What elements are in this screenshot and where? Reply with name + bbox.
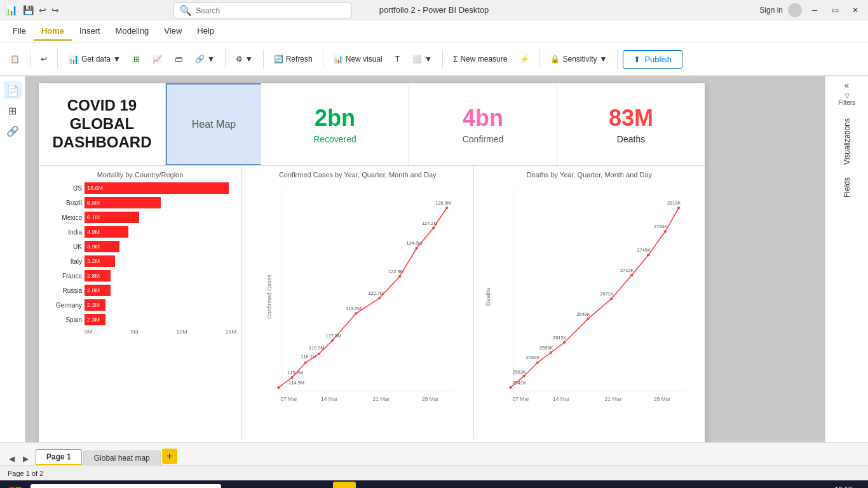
text-box-button[interactable]: T	[390, 52, 405, 66]
right-tab-fields[interactable]: Fields	[840, 172, 854, 203]
filter-button[interactable]: ▽ Filters	[838, 93, 856, 105]
new-measure-label: New measure	[460, 55, 507, 64]
bar-chart: US16.6MBrazil8.8MMexico6.1MIndia4.9MUK3.…	[44, 182, 236, 424]
transform-button[interactable]: ⚙ ▼	[231, 52, 258, 66]
maximize-button[interactable]: ▭	[827, 3, 843, 18]
bar-fill: 2.3M	[85, 314, 105, 325]
sql-button[interactable]: 🗃	[170, 52, 187, 66]
bar-value: 4.9M	[85, 229, 100, 235]
menu-item-help[interactable]: Help	[189, 22, 222, 41]
page-nav-next[interactable]: ▶	[19, 452, 32, 465]
page-nav-prev[interactable]: ◀	[5, 452, 18, 465]
bar-axis-label: 15M	[225, 329, 236, 335]
taskbar-search-box[interactable]: 🔍	[31, 484, 221, 488]
right-tab-visualizations[interactable]: Visualizations	[840, 113, 854, 170]
refresh-button[interactable]: 🔄 Refresh	[269, 52, 318, 66]
sensitivity-icon: 🔒	[550, 55, 560, 64]
quick-measure-button[interactable]: ⚡	[515, 52, 534, 66]
toolbar-separator-2	[57, 50, 58, 69]
heat-map-box[interactable]: Heat Map	[166, 83, 261, 165]
minimize-button[interactable]: ─	[807, 3, 822, 18]
table-view-icon[interactable]: ⊞	[4, 102, 22, 119]
svg-text:114.5M: 114.5M	[288, 380, 304, 386]
get-data-button[interactable]: 📊 Get data ▼	[63, 51, 126, 67]
confirmed-y-label: Confirmed Cases	[266, 274, 273, 319]
page-tab-global-heat-map[interactable]: Global heat map	[83, 451, 161, 465]
dataflow-button[interactable]: 📈	[147, 52, 167, 66]
svg-text:21 Mar: 21 Mar	[373, 396, 390, 402]
svg-text:28 Mar: 28 Mar	[653, 396, 670, 402]
kpi-deaths-value: 83M	[609, 105, 653, 132]
bar-label: Mexico	[44, 214, 82, 221]
svg-text:122.9M: 122.9M	[388, 269, 404, 274]
svg-text:2562K: 2562K	[512, 369, 526, 375]
menu-item-file[interactable]: File	[5, 22, 34, 41]
bar-fill: 4.9M	[85, 226, 128, 238]
quick-access-redo[interactable]: ↪	[51, 5, 59, 15]
svg-text:2745K: 2745K	[637, 247, 650, 253]
taskbar-widget-icon[interactable]	[225, 482, 248, 488]
svg-text:2541K: 2541K	[512, 380, 526, 386]
connector-button[interactable]: 🔗 ▼	[190, 52, 220, 66]
new-visual-button[interactable]: 📊 New visual	[329, 52, 388, 66]
bar-label: India	[44, 229, 82, 236]
model-view-icon[interactable]: 🔗	[4, 122, 22, 140]
svg-text:127.2M: 127.2M	[422, 220, 438, 226]
report-view-icon[interactable]: 📄	[4, 81, 22, 99]
sensitivity-button[interactable]: 🔒 Sensitivity ▼	[545, 52, 612, 66]
menu-item-modeling[interactable]: Modeling	[108, 22, 157, 41]
bar-row: Mexico6.1M	[44, 212, 236, 223]
confirmed-line-chart-svg: 114.5M 115.2M 116.1M 116.9M 117.8M 119.5…	[257, 182, 468, 411]
quick-access-undo[interactable]: ↩	[39, 5, 46, 15]
taskbar-multitasking-icon[interactable]	[252, 482, 275, 488]
bar-label: Brazil	[44, 200, 82, 207]
excel-button[interactable]: ⊞	[128, 52, 145, 66]
paste-button[interactable]: 📋	[5, 52, 25, 66]
kpi-deaths-box: 83M Deaths	[557, 83, 705, 165]
kpi-confirmed-box: 4bn Confirmed	[409, 83, 557, 165]
toolbar-separator-3	[225, 50, 226, 69]
title-search-box[interactable]: 🔍	[173, 3, 351, 18]
explorer-icon[interactable]	[308, 482, 330, 488]
quick-access-save[interactable]: 💾	[23, 5, 34, 15]
title-bar: 📊 💾 ↩ ↪ portfolio 2 - Power BI Desktop 🔍…	[0, 0, 868, 20]
bar-label: US	[44, 185, 82, 192]
bar-label: Russia	[44, 287, 82, 294]
menu-item-home[interactable]: Home	[34, 22, 72, 41]
toolbar-separator-7	[539, 50, 540, 69]
undo-button[interactable]: ↩	[36, 52, 52, 66]
new-visual-label: New visual	[346, 55, 383, 64]
publish-button[interactable]: ⬆ Publish	[623, 50, 682, 69]
bar-fill: 3.9M	[85, 241, 119, 252]
mail-icon[interactable]	[282, 482, 305, 488]
menu-item-insert[interactable]: Insert	[72, 22, 108, 41]
kpi-confirmed-value: 4bn	[463, 105, 503, 132]
bar-fill: 2.8M	[85, 270, 111, 281]
svg-text:116.1M: 116.1M	[301, 354, 316, 360]
svg-point-37	[630, 274, 632, 276]
sign-in-label[interactable]: Sign in	[759, 6, 783, 15]
menu-item-view[interactable]: View	[156, 22, 189, 41]
svg-text:120.7M: 120.7M	[368, 290, 384, 296]
bar-axis-label: 0M	[85, 329, 93, 335]
deaths-chart-panel: Deaths by Year, Quarter, Month and Day D…	[474, 166, 705, 439]
page-tab-1[interactable]: Page 1	[36, 449, 82, 465]
svg-text:28 Mar: 28 Mar	[422, 396, 439, 402]
title-search-input[interactable]	[196, 6, 336, 15]
power-bi-taskbar-icon[interactable]: BI	[333, 482, 356, 488]
svg-point-38	[647, 254, 649, 256]
toolbar-separator-1	[30, 50, 31, 69]
bar-value: 3.9M	[85, 243, 100, 250]
close-button[interactable]: ✕	[848, 3, 863, 18]
start-button[interactable]	[3, 480, 28, 488]
sensitivity-label: Sensitivity	[562, 55, 597, 64]
more-visuals-button[interactable]: ⬜ ▼	[407, 52, 437, 66]
new-measure-button[interactable]: Σ New measure	[448, 52, 512, 66]
confirmed-chart-title: Confirmed Cases by Year, Quarter, Month …	[247, 171, 468, 179]
confirmed-chart-panel: Confirmed Cases by Year, Quarter, Month …	[242, 166, 474, 439]
user-avatar[interactable]	[788, 3, 802, 17]
chevron-left-button[interactable]: «	[838, 79, 856, 92]
menu-bar: File Home Insert Modeling View Help	[0, 20, 868, 43]
taskbar-clock[interactable]: 16:18 17/06/2022	[817, 485, 852, 488]
add-page-button[interactable]: +	[162, 449, 177, 464]
